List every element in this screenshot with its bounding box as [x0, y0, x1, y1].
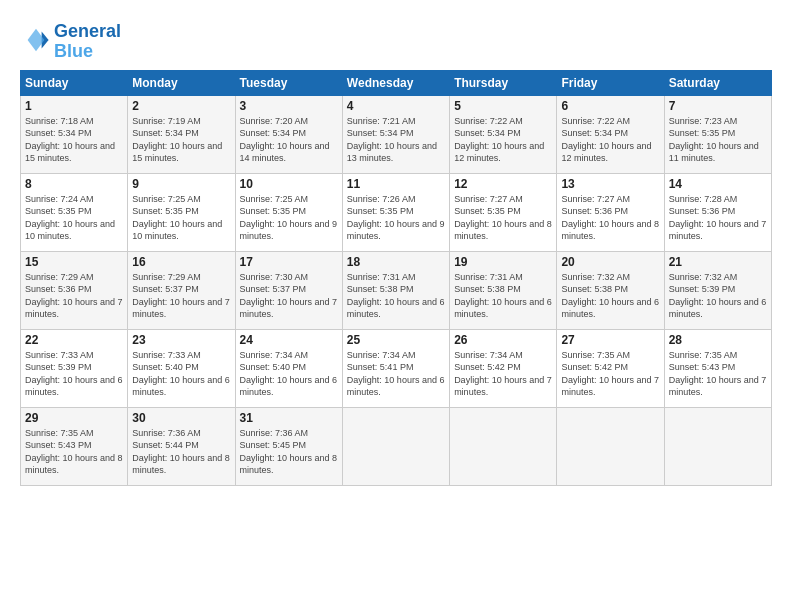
- col-header-thursday: Thursday: [450, 70, 557, 95]
- week-row-3: 15 Sunrise: 7:29 AMSunset: 5:36 PMDaylig…: [21, 251, 772, 329]
- day-info: Sunrise: 7:29 AMSunset: 5:36 PMDaylight:…: [25, 272, 123, 320]
- day-info: Sunrise: 7:31 AMSunset: 5:38 PMDaylight:…: [347, 272, 445, 320]
- day-cell: 29 Sunrise: 7:35 AMSunset: 5:43 PMDaylig…: [21, 407, 128, 485]
- day-number: 17: [240, 255, 338, 269]
- col-header-saturday: Saturday: [664, 70, 771, 95]
- day-info: Sunrise: 7:25 AMSunset: 5:35 PMDaylight:…: [240, 194, 338, 242]
- day-number: 20: [561, 255, 659, 269]
- day-info: Sunrise: 7:35 AMSunset: 5:43 PMDaylight:…: [25, 428, 123, 476]
- week-row-5: 29 Sunrise: 7:35 AMSunset: 5:43 PMDaylig…: [21, 407, 772, 485]
- day-cell: 6 Sunrise: 7:22 AMSunset: 5:34 PMDayligh…: [557, 95, 664, 173]
- day-info: Sunrise: 7:23 AMSunset: 5:35 PMDaylight:…: [669, 116, 759, 164]
- day-number: 26: [454, 333, 552, 347]
- day-number: 21: [669, 255, 767, 269]
- day-cell: 26 Sunrise: 7:34 AMSunset: 5:42 PMDaylig…: [450, 329, 557, 407]
- day-cell: 28 Sunrise: 7:35 AMSunset: 5:43 PMDaylig…: [664, 329, 771, 407]
- day-info: Sunrise: 7:20 AMSunset: 5:34 PMDaylight:…: [240, 116, 330, 164]
- day-number: 5: [454, 99, 552, 113]
- day-info: Sunrise: 7:33 AMSunset: 5:40 PMDaylight:…: [132, 350, 230, 398]
- day-info: Sunrise: 7:19 AMSunset: 5:34 PMDaylight:…: [132, 116, 222, 164]
- day-number: 9: [132, 177, 230, 191]
- day-info: Sunrise: 7:35 AMSunset: 5:42 PMDaylight:…: [561, 350, 659, 398]
- day-cell: 21 Sunrise: 7:32 AMSunset: 5:39 PMDaylig…: [664, 251, 771, 329]
- day-info: Sunrise: 7:28 AMSunset: 5:36 PMDaylight:…: [669, 194, 767, 242]
- day-info: Sunrise: 7:34 AMSunset: 5:40 PMDaylight:…: [240, 350, 338, 398]
- day-info: Sunrise: 7:32 AMSunset: 5:39 PMDaylight:…: [669, 272, 767, 320]
- day-number: 14: [669, 177, 767, 191]
- day-cell: 30 Sunrise: 7:36 AMSunset: 5:44 PMDaylig…: [128, 407, 235, 485]
- day-number: 29: [25, 411, 123, 425]
- col-header-tuesday: Tuesday: [235, 70, 342, 95]
- col-header-monday: Monday: [128, 70, 235, 95]
- day-cell: 31 Sunrise: 7:36 AMSunset: 5:45 PMDaylig…: [235, 407, 342, 485]
- day-number: 13: [561, 177, 659, 191]
- day-number: 1: [25, 99, 123, 113]
- day-cell: 10 Sunrise: 7:25 AMSunset: 5:35 PMDaylig…: [235, 173, 342, 251]
- day-cell: 24 Sunrise: 7:34 AMSunset: 5:40 PMDaylig…: [235, 329, 342, 407]
- day-cell: 2 Sunrise: 7:19 AMSunset: 5:34 PMDayligh…: [128, 95, 235, 173]
- day-info: Sunrise: 7:21 AMSunset: 5:34 PMDaylight:…: [347, 116, 437, 164]
- day-cell: 4 Sunrise: 7:21 AMSunset: 5:34 PMDayligh…: [342, 95, 449, 173]
- day-cell: 9 Sunrise: 7:25 AMSunset: 5:35 PMDayligh…: [128, 173, 235, 251]
- day-cell: 13 Sunrise: 7:27 AMSunset: 5:36 PMDaylig…: [557, 173, 664, 251]
- day-number: 16: [132, 255, 230, 269]
- logo-icon: [22, 26, 50, 54]
- day-cell: 19 Sunrise: 7:31 AMSunset: 5:38 PMDaylig…: [450, 251, 557, 329]
- header: GeneralBlue: [20, 18, 772, 62]
- day-cell: 17 Sunrise: 7:30 AMSunset: 5:37 PMDaylig…: [235, 251, 342, 329]
- day-cell: 7 Sunrise: 7:23 AMSunset: 5:35 PMDayligh…: [664, 95, 771, 173]
- col-header-wednesday: Wednesday: [342, 70, 449, 95]
- day-cell: 14 Sunrise: 7:28 AMSunset: 5:36 PMDaylig…: [664, 173, 771, 251]
- day-cell: [664, 407, 771, 485]
- day-number: 30: [132, 411, 230, 425]
- day-cell: 16 Sunrise: 7:29 AMSunset: 5:37 PMDaylig…: [128, 251, 235, 329]
- day-info: Sunrise: 7:18 AMSunset: 5:34 PMDaylight:…: [25, 116, 115, 164]
- header-row: SundayMondayTuesdayWednesdayThursdayFrid…: [21, 70, 772, 95]
- day-info: Sunrise: 7:30 AMSunset: 5:37 PMDaylight:…: [240, 272, 338, 320]
- day-cell: 3 Sunrise: 7:20 AMSunset: 5:34 PMDayligh…: [235, 95, 342, 173]
- day-cell: [450, 407, 557, 485]
- day-number: 28: [669, 333, 767, 347]
- week-row-2: 8 Sunrise: 7:24 AMSunset: 5:35 PMDayligh…: [21, 173, 772, 251]
- day-cell: 12 Sunrise: 7:27 AMSunset: 5:35 PMDaylig…: [450, 173, 557, 251]
- day-number: 23: [132, 333, 230, 347]
- day-cell: 22 Sunrise: 7:33 AMSunset: 5:39 PMDaylig…: [21, 329, 128, 407]
- day-cell: 1 Sunrise: 7:18 AMSunset: 5:34 PMDayligh…: [21, 95, 128, 173]
- day-cell: 5 Sunrise: 7:22 AMSunset: 5:34 PMDayligh…: [450, 95, 557, 173]
- day-info: Sunrise: 7:22 AMSunset: 5:34 PMDaylight:…: [561, 116, 651, 164]
- day-cell: 11 Sunrise: 7:26 AMSunset: 5:35 PMDaylig…: [342, 173, 449, 251]
- day-cell: [557, 407, 664, 485]
- day-info: Sunrise: 7:26 AMSunset: 5:35 PMDaylight:…: [347, 194, 445, 242]
- day-number: 11: [347, 177, 445, 191]
- day-number: 12: [454, 177, 552, 191]
- col-header-friday: Friday: [557, 70, 664, 95]
- logo: GeneralBlue: [20, 22, 121, 62]
- day-number: 10: [240, 177, 338, 191]
- day-cell: 25 Sunrise: 7:34 AMSunset: 5:41 PMDaylig…: [342, 329, 449, 407]
- day-number: 6: [561, 99, 659, 113]
- day-number: 4: [347, 99, 445, 113]
- day-info: Sunrise: 7:27 AMSunset: 5:36 PMDaylight:…: [561, 194, 659, 242]
- day-number: 15: [25, 255, 123, 269]
- day-info: Sunrise: 7:32 AMSunset: 5:38 PMDaylight:…: [561, 272, 659, 320]
- day-info: Sunrise: 7:29 AMSunset: 5:37 PMDaylight:…: [132, 272, 230, 320]
- day-cell: 15 Sunrise: 7:29 AMSunset: 5:36 PMDaylig…: [21, 251, 128, 329]
- day-info: Sunrise: 7:25 AMSunset: 5:35 PMDaylight:…: [132, 194, 222, 242]
- day-number: 8: [25, 177, 123, 191]
- day-info: Sunrise: 7:36 AMSunset: 5:45 PMDaylight:…: [240, 428, 338, 476]
- day-cell: 8 Sunrise: 7:24 AMSunset: 5:35 PMDayligh…: [21, 173, 128, 251]
- day-number: 2: [132, 99, 230, 113]
- day-info: Sunrise: 7:34 AMSunset: 5:42 PMDaylight:…: [454, 350, 552, 398]
- day-number: 18: [347, 255, 445, 269]
- day-info: Sunrise: 7:27 AMSunset: 5:35 PMDaylight:…: [454, 194, 552, 242]
- day-cell: 23 Sunrise: 7:33 AMSunset: 5:40 PMDaylig…: [128, 329, 235, 407]
- week-row-4: 22 Sunrise: 7:33 AMSunset: 5:39 PMDaylig…: [21, 329, 772, 407]
- day-info: Sunrise: 7:31 AMSunset: 5:38 PMDaylight:…: [454, 272, 552, 320]
- day-number: 7: [669, 99, 767, 113]
- day-info: Sunrise: 7:34 AMSunset: 5:41 PMDaylight:…: [347, 350, 445, 398]
- day-cell: [342, 407, 449, 485]
- day-cell: 18 Sunrise: 7:31 AMSunset: 5:38 PMDaylig…: [342, 251, 449, 329]
- day-info: Sunrise: 7:22 AMSunset: 5:34 PMDaylight:…: [454, 116, 544, 164]
- day-number: 24: [240, 333, 338, 347]
- day-number: 19: [454, 255, 552, 269]
